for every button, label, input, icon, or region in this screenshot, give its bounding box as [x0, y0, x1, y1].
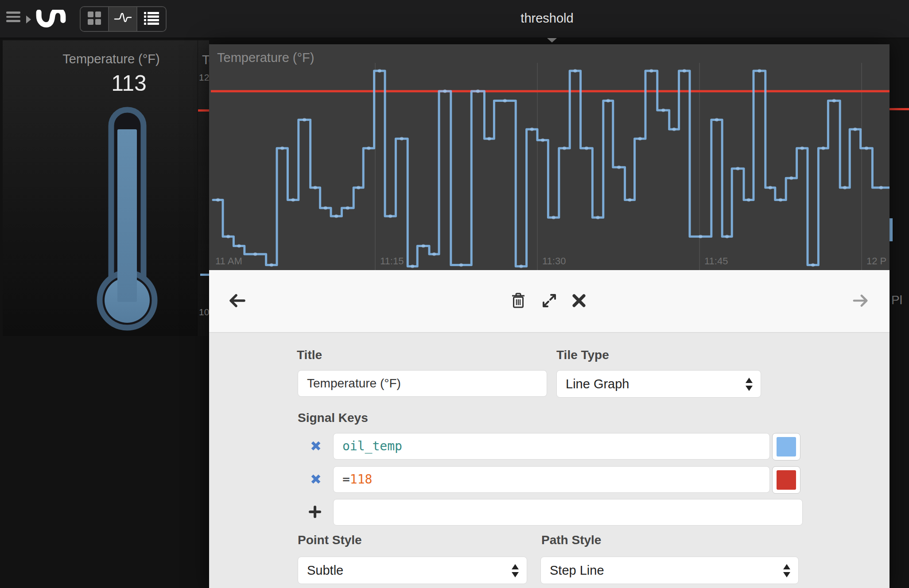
background-tile-fragment-right: Pl [890, 38, 909, 588]
expand-tile-button[interactable] [537, 289, 562, 314]
fragment-threshold-line [198, 109, 209, 112]
close-editor-button[interactable] [567, 289, 591, 314]
signal-key-value: 118 [350, 472, 373, 487]
remove-x-icon [311, 474, 321, 486]
svg-text:11:45: 11:45 [704, 255, 728, 267]
svg-text:12 P: 12 P [866, 255, 886, 267]
signal-keys-label: Signal Keys [298, 411, 368, 425]
fragment-axis-label-top: 120 [199, 72, 209, 83]
line-graph-panel: 11 AM11:1511:3011:4512 P Temperature (°F… [209, 44, 890, 270]
tile-settings-form: Title Tile Type Line Graph Signal Keys o… [209, 333, 890, 588]
close-icon [572, 294, 586, 309]
svg-text:11:15: 11:15 [380, 255, 404, 267]
fragment-threshold-line-right [890, 108, 909, 110]
list-icon [144, 11, 159, 27]
remove-key-button[interactable] [308, 439, 323, 454]
signal-key-input-1[interactable]: oil_temp [333, 433, 770, 460]
summary-tile-title: Temperature (°F) [3, 52, 220, 66]
select-spinner-icon [782, 563, 790, 578]
background-tile-fragment-left: Temperature (°F) 120 105 [198, 40, 209, 336]
fragment-axis-label-bottom: 105 [199, 307, 209, 317]
forward-button[interactable] [848, 289, 873, 314]
fragment-tile-title: Temperature (°F) [202, 53, 209, 67]
point-style-label: Point Style [298, 533, 362, 547]
tile-type-select[interactable]: Line Graph [556, 370, 761, 398]
grid-icon [87, 11, 102, 27]
screen: Temperature (°F) 113 Temperature (°F) [0, 0, 909, 588]
delete-tile-button[interactable] [506, 289, 531, 314]
signal-key-value: oil_temp [342, 439, 402, 453]
svg-text:11 AM: 11 AM [215, 255, 242, 267]
remove-x-icon [311, 441, 321, 453]
select-spinner-icon [745, 377, 753, 392]
trash-icon [511, 293, 525, 310]
key-color-swatch[interactable] [772, 433, 800, 460]
fragment-text: Pl [891, 293, 902, 307]
tile-edit-modal: 11 AM11:1511:3011:4512 P Temperature (°F… [209, 44, 890, 588]
add-key-button[interactable] [307, 505, 322, 520]
dashboard-title: threshold [501, 11, 594, 26]
path-style-value: Step Line [550, 563, 604, 577]
key-color-swatch[interactable] [772, 466, 800, 494]
sidebar-menu-button[interactable] [6, 12, 32, 27]
app-logo-icon [35, 10, 66, 32]
plus-icon [309, 506, 321, 520]
back-button[interactable] [225, 289, 249, 314]
modal-toolbar [209, 270, 890, 333]
title-label: Title [297, 348, 322, 362]
remove-key-button[interactable] [308, 472, 323, 487]
path-style-label: Path Style [541, 533, 601, 547]
path-style-select[interactable]: Step Line [540, 557, 799, 584]
arrow-right-icon [852, 293, 869, 310]
view-toggle-group [80, 6, 167, 32]
line-graph-svg: 11 AM11:1511:3011:4512 P [209, 44, 890, 270]
top-bar: threshold [0, 0, 909, 38]
view-waveform-button[interactable] [109, 7, 137, 31]
select-spinner-icon [511, 563, 519, 578]
arrow-left-icon [228, 293, 246, 310]
summary-tile[interactable]: Temperature (°F) 113 [3, 40, 198, 336]
arrow-right-small-icon [26, 15, 31, 23]
expand-icon [542, 293, 557, 310]
signal-key-input-2[interactable]: =118 [333, 466, 770, 493]
point-style-select[interactable]: Subtle [298, 557, 527, 584]
point-style-value: Subtle [307, 563, 343, 577]
view-list-button[interactable] [137, 7, 166, 31]
summary-tile-value: 113 [51, 70, 206, 96]
key-color-fill [777, 470, 796, 490]
thermometer-icon [91, 106, 164, 338]
signal-key-prefix: = [342, 472, 350, 487]
title-input[interactable] [298, 370, 547, 397]
waveform-icon [114, 11, 132, 27]
fragment-data-line [200, 274, 209, 276]
dashboard-selector-caret-icon[interactable] [547, 38, 557, 43]
tile-type-label: Tile Type [556, 348, 609, 362]
chart-title: Temperature (°F) [217, 50, 314, 65]
fragment-data-line-right [890, 218, 893, 241]
tile-type-value: Line Graph [566, 377, 629, 391]
signal-key-input-new[interactable] [333, 499, 803, 526]
key-color-fill [777, 437, 796, 456]
view-grid-button[interactable] [81, 7, 109, 31]
svg-text:11:30: 11:30 [542, 255, 566, 267]
